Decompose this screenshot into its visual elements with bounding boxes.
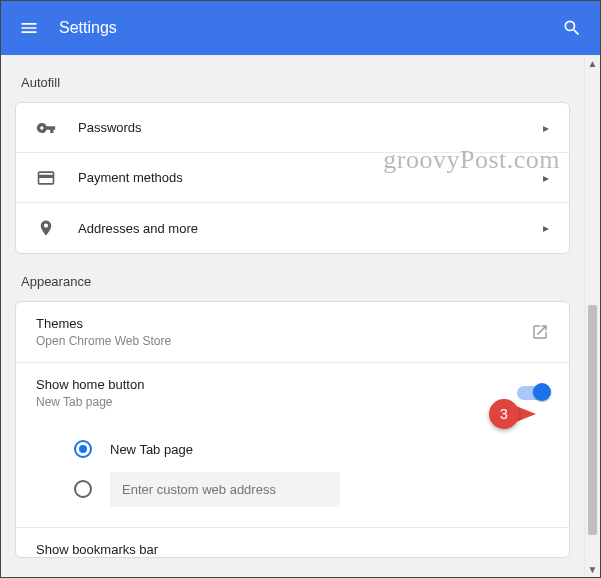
location-icon [36, 219, 56, 237]
menu-icon[interactable] [17, 16, 41, 40]
home-button-label: Show home button [36, 377, 517, 392]
radio-new-tab[interactable]: New Tab page [74, 429, 549, 469]
chevron-right-icon: ▸ [543, 221, 549, 235]
row-label: Addresses and more [78, 221, 543, 236]
scroll-up-arrow[interactable]: ▲ [585, 55, 600, 71]
key-icon [36, 118, 56, 138]
search-icon[interactable] [560, 16, 584, 40]
scroll-down-arrow[interactable]: ▼ [585, 561, 600, 577]
radio-label: New Tab page [110, 442, 193, 457]
appearance-card: Themes Open Chrome Web Store Show home b… [15, 301, 570, 558]
scrollbar-thumb[interactable] [588, 305, 597, 535]
home-button-toggle[interactable] [517, 386, 549, 400]
section-title-appearance: Appearance [15, 254, 570, 301]
external-link-icon [531, 323, 549, 341]
home-button-sublabel: New Tab page [36, 395, 517, 409]
toggle-knob [533, 383, 551, 401]
section-title-autofill: Autofill [15, 55, 570, 102]
row-themes[interactable]: Themes Open Chrome Web Store [16, 302, 569, 363]
row-show-home-button: Show home button New Tab page [16, 363, 569, 423]
credit-card-icon [36, 168, 56, 188]
themes-sublabel: Open Chrome Web Store [36, 334, 531, 348]
radio-custom-url[interactable] [74, 469, 549, 509]
settings-content: Autofill Passwords ▸ Payment methods ▸ [1, 55, 584, 577]
page-title: Settings [59, 19, 560, 37]
row-addresses[interactable]: Addresses and more ▸ [16, 203, 569, 253]
row-label: Passwords [78, 120, 543, 135]
row-label: Payment methods [78, 170, 543, 185]
autofill-card: Passwords ▸ Payment methods ▸ Addresses … [15, 102, 570, 254]
row-payment-methods[interactable]: Payment methods ▸ [16, 153, 569, 203]
chevron-right-icon: ▸ [543, 121, 549, 135]
app-bar: Settings [1, 1, 600, 55]
chevron-right-icon: ▸ [543, 171, 549, 185]
vertical-scrollbar[interactable]: ▲ ▼ [584, 55, 600, 577]
row-show-bookmarks-bar[interactable]: Show bookmarks bar [16, 527, 569, 557]
custom-url-input[interactable] [110, 472, 340, 507]
row-passwords[interactable]: Passwords ▸ [16, 103, 569, 153]
themes-label: Themes [36, 316, 531, 331]
radio-icon-unchecked [74, 480, 92, 498]
home-button-options: New Tab page [16, 423, 569, 527]
radio-icon-checked [74, 440, 92, 458]
